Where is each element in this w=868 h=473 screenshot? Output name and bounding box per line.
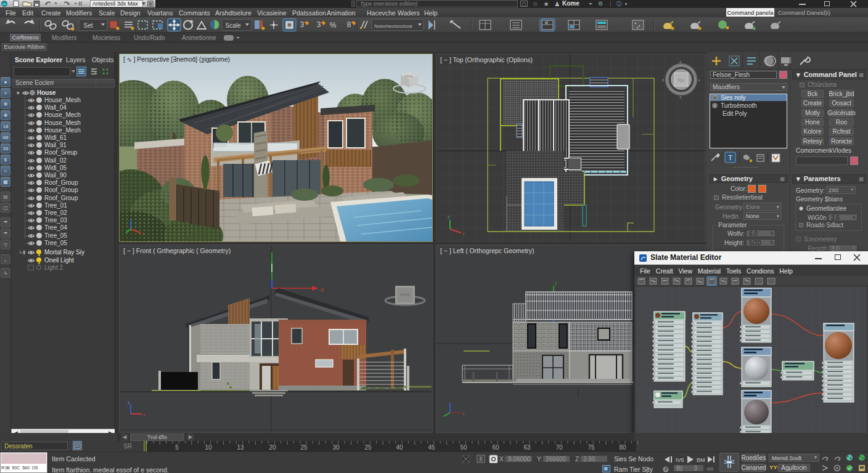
svg-text:IV6: IV6 [676,457,684,463]
svg-text:40: 40 [396,444,403,451]
svg-text:75: 75 [588,444,595,451]
svg-text:50: 50 [460,444,467,451]
svg-text:80: 80 [619,444,626,451]
svg-text:3: 3 [300,20,305,29]
svg-text:Set: Set [83,22,92,29]
svg-text:60: 60 [492,444,499,451]
svg-text:˗χ: ˗χ [319,286,324,292]
svg-text:y: y [555,281,557,286]
svg-text:70: 70 [555,444,563,451]
svg-text:x: x [143,413,145,417]
svg-text:x: x [142,232,144,236]
svg-text:[ − ] Front ( Grthegraphic ( G: [ − ] Front ( Grthegraphic ( Geometry) [123,247,231,254]
svg-text:σ: σ [698,78,700,82]
svg-text:Scale: Scale [225,22,240,29]
svg-text:z: z [128,400,130,405]
svg-text:20: 20 [269,444,276,451]
svg-text:13: 13 [237,444,244,451]
svg-text:T: T [728,154,732,161]
svg-text:63: 63 [523,444,531,451]
svg-text:%: % [330,21,337,30]
svg-text:30: 30 [332,444,340,451]
svg-text:25: 25 [364,444,372,451]
svg-text:45: 45 [428,444,435,451]
svg-text:25: 25 [300,444,308,451]
svg-text:x: x [462,411,465,416]
svg-text:5: 5 [175,444,179,451]
svg-text:BM: BM [697,457,705,463]
svg-text:y: y [448,214,450,219]
svg-text:8: 8 [347,20,351,29]
svg-text:FRMA: FRMA [404,75,414,78]
svg-text:Ɔƺʒ: Ɔƺʒ [678,78,685,82]
svg-text:10: 10 [205,444,212,451]
svg-text:Notorhecioocicoe: Notorhecioocicoe [374,23,412,29]
svg-text:[ − ] Top (Orthographic (Oplio: [ − ] Top (Orthographic (Oplions) [440,56,533,63]
svg-text:[ ∿ ] Perspective [Ǝnemoɑ̆] (ƺ: [ ∿ ] Perspective [Ǝnemoɑ̆] (ƺigptiome) [123,56,230,63]
svg-text:K: K [545,21,547,25]
svg-text:β: β [662,78,665,82]
svg-text:βɝɛʒε: βɝɛʒε [400,293,410,296]
svg-text:x: x [462,232,465,236]
svg-text:3: 3 [317,20,321,29]
svg-text:[ − ] Left ( Orthogrepc Geomet: [ − ] Left ( Orthogrepc Geometry) [440,247,534,254]
